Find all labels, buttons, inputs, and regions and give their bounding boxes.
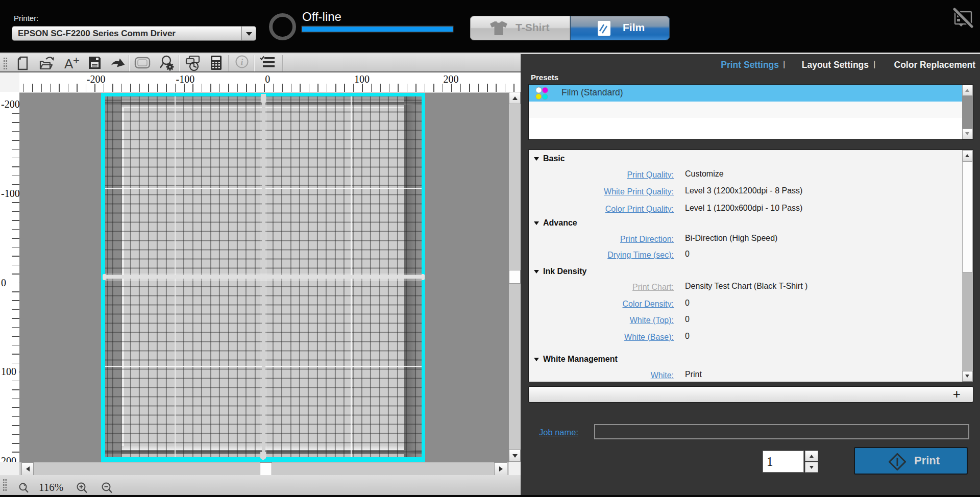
svg-text:i: i: [241, 58, 243, 66]
